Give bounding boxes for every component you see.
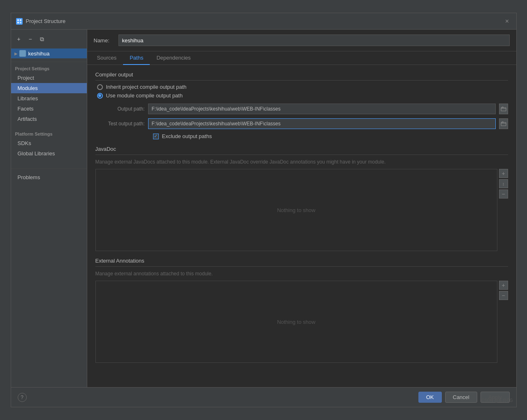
javadoc-empty-label: Nothing to show: [277, 207, 315, 213]
radio-inherit[interactable]: [97, 84, 103, 90]
external-annotations-list: Nothing to show: [95, 281, 497, 363]
left-toolbar: + − ⧉: [11, 33, 87, 45]
module-label: keshihua: [28, 51, 50, 57]
javadoc-section: JavaDoc Manage external JavaDocs attache…: [95, 146, 508, 251]
javadoc-remove-button[interactable]: −: [499, 189, 508, 198]
external-annotations-remove-button[interactable]: −: [499, 291, 508, 300]
external-annotations-description: Manage external annotations attached to …: [95, 270, 508, 277]
external-annotations-side-buttons: + −: [497, 281, 508, 363]
module-tree: ▶ keshihua: [11, 47, 87, 60]
javadoc-list: Nothing to show: [95, 169, 497, 251]
sidebar-item-global-libraries[interactable]: Global Libraries: [11, 148, 87, 159]
title-bar-left: Project Structure: [16, 18, 66, 25]
app-icon: [16, 18, 23, 25]
external-annotations-section: External Annotations Manage external ann…: [95, 258, 508, 363]
sidebar-item-project[interactable]: Project: [11, 73, 87, 83]
ok-button[interactable]: OK: [418, 392, 442, 403]
sidebar-item-sdks[interactable]: SDKs: [11, 138, 87, 148]
tab-dependencies[interactable]: Dependencies: [150, 51, 197, 65]
svg-rect-5: [501, 122, 506, 126]
test-output-path-label: Test output path:: [95, 121, 145, 127]
dialog-title: Project Structure: [26, 18, 66, 24]
sidebar-item-modules[interactable]: Modules: [11, 83, 87, 93]
external-annotations-title: External Annotations: [95, 258, 508, 267]
radio-use-module-label: Use module compile output path: [106, 92, 183, 99]
output-path-label: Output path:: [95, 106, 145, 112]
module-item-keshihua[interactable]: ▶ keshihua: [11, 48, 87, 58]
right-panel: Name: Sources Paths Dependencies Compile…: [87, 30, 516, 387]
add-button[interactable]: +: [14, 35, 23, 44]
cancel-button[interactable]: Cancel: [445, 392, 477, 403]
svg-rect-3: [20, 22, 21, 23]
exclude-paths-row: Exclude output paths: [95, 133, 508, 139]
content-area: Compiler output Inherit project compile …: [87, 65, 516, 387]
svg-rect-0: [17, 19, 19, 21]
watermark: CSDN @五月CG: [481, 398, 513, 404]
javadoc-add-button[interactable]: +: [499, 169, 508, 178]
test-output-path-browse-button[interactable]: [499, 118, 508, 129]
output-path-browse-button[interactable]: [499, 104, 508, 114]
close-button[interactable]: ×: [503, 17, 511, 25]
name-input[interactable]: [118, 35, 510, 46]
tab-sources[interactable]: Sources: [91, 51, 123, 65]
output-path-input[interactable]: [148, 104, 496, 114]
external-annotations-empty-label: Nothing to show: [277, 319, 315, 325]
project-structure-dialog: Project Structure × + − ⧉ ▶ keshihua: [11, 13, 517, 407]
radio-group: Inherit project compile output path Use …: [95, 84, 508, 99]
external-annotations-list-container: Nothing to show + −: [95, 281, 508, 363]
javadoc-title: JavaDoc: [95, 146, 508, 155]
javadoc-side-buttons: + ↕ −: [497, 169, 508, 251]
radio-use-module[interactable]: [97, 93, 103, 99]
name-label: Name:: [94, 37, 114, 44]
sidebar-item-artifacts[interactable]: Artifacts: [11, 114, 87, 124]
javadoc-description: Manage external JavaDocs attached to thi…: [95, 158, 508, 166]
title-bar: Project Structure ×: [11, 13, 516, 30]
svg-rect-1: [20, 19, 21, 21]
tab-paths[interactable]: Paths: [123, 51, 150, 65]
exclude-paths-label: Exclude output paths: [162, 133, 212, 139]
exclude-paths-checkbox[interactable]: [153, 134, 159, 139]
radio-row-use-module[interactable]: Use module compile output path: [95, 92, 508, 99]
javadoc-list-container: Nothing to show + ↕ −: [95, 169, 508, 251]
help-button[interactable]: ?: [18, 393, 27, 402]
dialog-body: + − ⧉ ▶ keshihua Project Settings Projec…: [11, 30, 516, 387]
test-output-path-input[interactable]: [148, 118, 496, 129]
project-settings-label: Project Settings: [11, 64, 87, 73]
module-arrow: ▶: [14, 51, 18, 56]
name-row: Name:: [87, 30, 516, 51]
external-annotations-add-button[interactable]: +: [499, 281, 508, 290]
sidebar-item-libraries[interactable]: Libraries: [11, 93, 87, 104]
sidebar-item-facets[interactable]: Facets: [11, 104, 87, 114]
copy-button[interactable]: ⧉: [37, 35, 46, 44]
sidebar-item-problems: Problems: [11, 165, 87, 182]
module-icon: [19, 50, 26, 57]
problems-nav-item[interactable]: Problems: [11, 172, 87, 182]
platform-settings-section: Platform Settings SDKs Global Libraries: [11, 129, 87, 159]
svg-rect-2: [17, 22, 19, 23]
remove-button[interactable]: −: [26, 35, 35, 44]
bottom-bar: ? OK Cancel Apply: [11, 387, 516, 407]
left-panel: + − ⧉ ▶ keshihua Project Settings Projec…: [11, 30, 87, 387]
radio-row-inherit[interactable]: Inherit project compile output path: [95, 84, 508, 90]
test-output-path-row: Test output path:: [95, 118, 508, 129]
compiler-output-title: Compiler output: [95, 72, 508, 81]
javadoc-move-button[interactable]: ↕: [499, 179, 508, 188]
output-path-row: Output path:: [95, 104, 508, 114]
platform-settings-label: Platform Settings: [11, 129, 87, 138]
compiler-output-section: Compiler output Inherit project compile …: [95, 72, 508, 139]
radio-inherit-label: Inherit project compile output path: [106, 84, 187, 90]
tabs-row: Sources Paths Dependencies: [87, 51, 516, 65]
svg-rect-4: [501, 108, 506, 111]
